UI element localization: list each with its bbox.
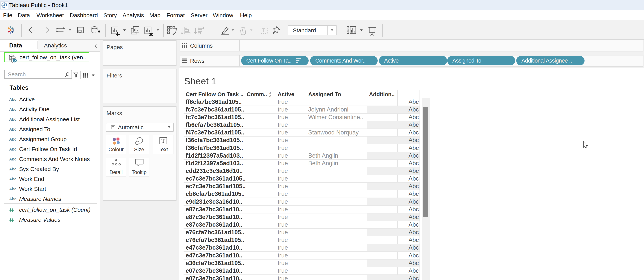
- svg-text:Z: Z: [270, 92, 271, 94]
- svg-text:A: A: [269, 94, 271, 97]
